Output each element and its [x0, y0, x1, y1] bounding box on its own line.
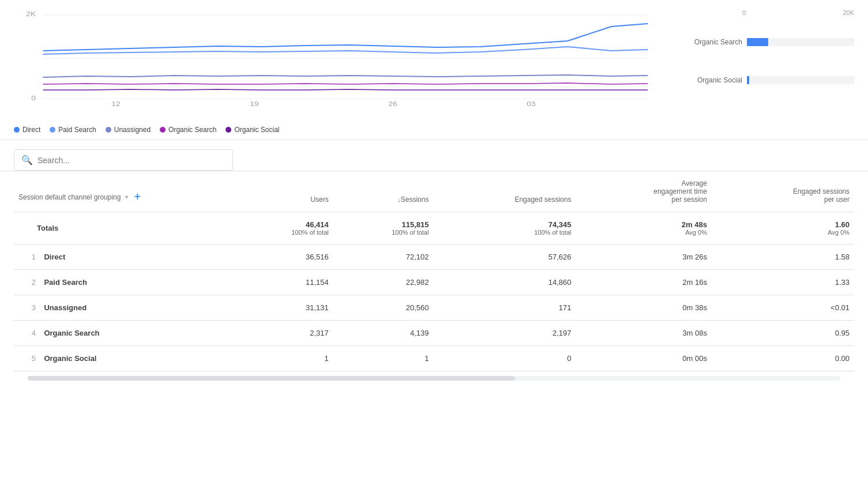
row-number: 3 — [18, 303, 36, 312]
row-engaged: 2,197 — [433, 321, 576, 346]
bar-fill-organic-search — [747, 38, 768, 46]
col-users-label: Users — [310, 195, 328, 204]
bar-fill-organic-social — [747, 76, 749, 84]
row-eng-per-user: 1.33 — [712, 270, 854, 295]
col-header-engaged-sessions: Engaged sessions — [433, 171, 576, 212]
totals-engaged-value: 74,345 — [438, 220, 571, 229]
legend-label-direct: Direct — [22, 126, 40, 134]
table-row: 4 Organic Search 2,317 4,139 2,197 3m 08… — [14, 321, 854, 346]
legend-dot-direct — [14, 127, 20, 133]
row-label: Organic Search — [44, 329, 99, 337]
totals-eng-per-user-value: 1.60 — [716, 220, 850, 229]
totals-sessions-value: 115,815 — [338, 220, 429, 229]
row-dimension[interactable]: 4 Organic Search — [14, 321, 233, 346]
svg-text:2K: 2K — [26, 10, 36, 17]
row-eng-per-user: 0.00 — [712, 346, 854, 371]
row-dimension[interactable]: 5 Organic Social — [14, 346, 233, 371]
row-users: 31,131 — [233, 295, 333, 321]
legend-dot-unassigned — [106, 127, 111, 133]
row-eng-per-user: 1.58 — [712, 245, 854, 270]
table-section: Session default channel grouping ▾ + Use… — [0, 171, 868, 381]
chevron-down-icon[interactable]: ▾ — [125, 194, 128, 200]
row-engaged: 0 — [433, 346, 576, 371]
dimension-header-label: Session default channel grouping — [18, 193, 121, 201]
row-eng-per-user: <0.01 — [712, 295, 854, 321]
totals-eng-per-user-sub: Avg 0% — [716, 229, 850, 236]
totals-row: Totals 46,414 100% of total 115,815 100%… — [14, 212, 854, 245]
legend-unassigned[interactable]: Unassigned — [106, 126, 151, 134]
totals-avg-time: 2m 48s Avg 0% — [576, 212, 711, 245]
legend-dot-paid-search — [50, 127, 55, 133]
bar-label-organic-social: Organic Social — [679, 76, 742, 84]
bar-track-organic-search — [747, 38, 854, 46]
svg-text:26: 26 — [388, 100, 397, 107]
totals-users-value: 46,414 — [238, 220, 329, 229]
row-sessions: 22,982 — [333, 270, 434, 295]
row-label: Organic Social — [44, 354, 96, 363]
chart-legend: Direct Paid Search Unassigned Organic Se… — [14, 119, 854, 140]
legend-organic-social[interactable]: Organic Social — [226, 126, 279, 134]
row-sessions: 72,102 — [333, 245, 434, 270]
col-header-users: Users — [233, 171, 333, 212]
row-eng-per-user: 0.95 — [712, 321, 854, 346]
bar-track-organic-social — [747, 76, 854, 84]
row-label: Unassigned — [44, 303, 87, 312]
chart-area: 2K 0 12 Jun 19 26 — [14, 9, 854, 119]
add-column-button[interactable]: + — [134, 190, 141, 204]
svg-text:Jun: Jun — [110, 106, 122, 107]
totals-avg-time-sub: Avg 0% — [580, 229, 707, 236]
row-number: 5 — [18, 354, 36, 363]
row-sessions: 1 — [333, 346, 434, 371]
col-header-sessions[interactable]: ↓Sessions — [333, 171, 434, 212]
scrollbar-thumb[interactable] — [28, 376, 515, 381]
row-users: 36,516 — [233, 245, 333, 270]
totals-users: 46,414 100% of total — [233, 212, 333, 245]
line-chart-svg: 2K 0 12 Jun 19 26 — [14, 9, 670, 107]
row-engaged: 14,860 — [433, 270, 576, 295]
table-row: 3 Unassigned 31,131 20,560 171 0m 38s <0… — [14, 295, 854, 321]
row-sessions: 4,139 — [333, 321, 434, 346]
bar-row-organic-social: Organic Social — [679, 76, 854, 84]
row-label: Paid Search — [44, 278, 87, 287]
row-dimension[interactable]: 3 Unassigned — [14, 295, 233, 321]
legend-label-organic-search: Organic Search — [168, 126, 216, 134]
row-users: 2,317 — [233, 321, 333, 346]
horizontal-scrollbar[interactable] — [28, 376, 840, 381]
row-number: 2 — [18, 278, 36, 287]
totals-avg-time-value: 2m 48s — [580, 220, 707, 229]
col-header-avg-time: Averageengagement timeper session — [576, 171, 711, 212]
row-avg-time: 2m 16s — [576, 270, 711, 295]
row-dimension[interactable]: 2 Paid Search — [14, 270, 233, 295]
row-users: 11,154 — [233, 270, 333, 295]
search-input[interactable] — [37, 156, 226, 165]
row-users: 1 — [233, 346, 333, 371]
row-number: 1 — [18, 253, 36, 261]
legend-direct[interactable]: Direct — [14, 126, 40, 134]
table-row: 1 Direct 36,516 72,102 57,626 3m 26s 1.5… — [14, 245, 854, 270]
table-row: 2 Paid Search 11,154 22,982 14,860 2m 16… — [14, 270, 854, 295]
search-box[interactable]: 🔍 — [14, 149, 233, 171]
col-sessions-label: Sessions — [401, 195, 429, 204]
col-header-eng-per-user: Engaged sessionsper user — [712, 171, 854, 212]
col-avg-time-label: Averageengagement timeper session — [653, 179, 707, 204]
row-avg-time: 3m 08s — [576, 321, 711, 346]
row-avg-time: 0m 00s — [576, 346, 711, 371]
legend-label-organic-social: Organic Social — [234, 126, 279, 134]
legend-paid-search[interactable]: Paid Search — [50, 126, 96, 134]
totals-engaged: 74,345 100% of total — [433, 212, 576, 245]
row-avg-time: 0m 38s — [576, 295, 711, 321]
bar-rows: Organic Search Organic Social — [679, 18, 854, 99]
totals-sessions: 115,815 100% of total — [333, 212, 434, 245]
totals-engaged-sub: 100% of total — [438, 229, 571, 236]
row-dimension[interactable]: 1 Direct — [14, 245, 233, 270]
legend-organic-search[interactable]: Organic Search — [160, 126, 216, 134]
legend-dot-organic-search — [160, 127, 166, 133]
svg-text:19: 19 — [250, 100, 258, 107]
line-chart: 2K 0 12 Jun 19 26 — [14, 9, 670, 119]
legend-label-paid-search: Paid Search — [58, 126, 96, 134]
bar-axis-max: 20K — [843, 9, 854, 16]
row-sessions: 20,560 — [333, 295, 434, 321]
bar-label-organic-search: Organic Search — [679, 38, 742, 46]
row-engaged: 57,626 — [433, 245, 576, 270]
col-eng-per-user-label: Engaged sessionsper user — [793, 187, 850, 204]
